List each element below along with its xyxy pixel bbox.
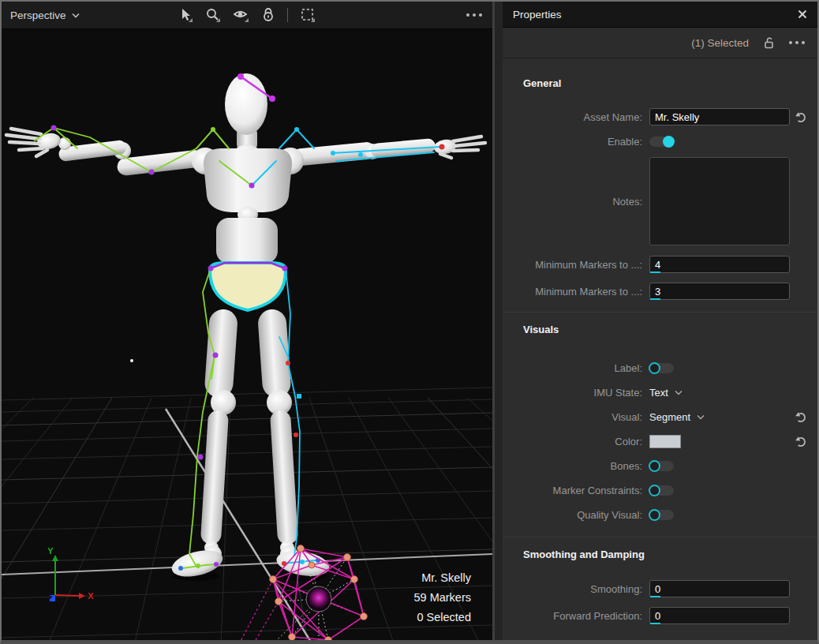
panel-menu-button[interactable] bbox=[789, 41, 805, 44]
camera-view-dropdown[interactable]: Perspective bbox=[2, 9, 80, 21]
axis-x-label: X bbox=[88, 591, 94, 601]
notes-label: Notes: bbox=[503, 196, 649, 208]
bones-label: Bones: bbox=[503, 460, 649, 472]
close-icon bbox=[798, 9, 807, 19]
asset-name-input[interactable] bbox=[649, 108, 790, 125]
more-options-icon bbox=[466, 13, 482, 17]
forward-prediction-input[interactable] bbox=[649, 607, 790, 624]
visual-value: Segment bbox=[649, 411, 690, 423]
properties-body: General Asset Name: Enable: Notes: bbox=[503, 58, 817, 640]
forward-prediction-label: Forward Prediction: bbox=[503, 610, 649, 622]
quality-visual-row: Quality Visual: bbox=[503, 503, 817, 527]
reset-visual-button[interactable] bbox=[794, 411, 806, 423]
viewport-toolbar: Perspective bbox=[2, 2, 492, 29]
marker-constraints-row: Marker Constraints: bbox=[503, 478, 817, 503]
enable-label: Enable: bbox=[503, 136, 649, 148]
imu-state-row: IMU State: Text bbox=[503, 380, 817, 405]
color-row: Color: bbox=[503, 429, 817, 454]
stray-marker-dot bbox=[130, 359, 133, 362]
3d-scene[interactable]: Y X Z bbox=[2, 2, 492, 640]
label-toggle[interactable] bbox=[649, 363, 674, 373]
enable-row: Enable: bbox=[503, 132, 817, 151]
overlay-marker-count: 59 Markers bbox=[413, 588, 471, 608]
unlock-icon bbox=[763, 36, 775, 49]
toolbar-divider bbox=[287, 8, 288, 22]
camera-view-label: Perspective bbox=[10, 9, 66, 21]
reset-icon bbox=[794, 436, 806, 447]
asset-name-row: Asset Name: bbox=[503, 107, 817, 127]
color-swatch[interactable] bbox=[649, 435, 681, 448]
label-label: Label: bbox=[503, 362, 649, 374]
section-smoothing: Smoothing and Damping Smoothing: Forward… bbox=[503, 537, 817, 636]
min-markers-cont-label: Minimum Markers to ...: bbox=[503, 286, 649, 298]
overlay-asset-name: Mr. Skelly bbox=[413, 568, 471, 588]
axis-z-label: Z bbox=[50, 593, 55, 603]
imu-state-label: IMU State: bbox=[503, 387, 649, 399]
visual-dropdown[interactable]: Segment bbox=[649, 411, 705, 423]
marker-constraints-toggle[interactable] bbox=[649, 485, 674, 496]
select-tool-icon[interactable] bbox=[178, 7, 193, 23]
smoothing-label: Smoothing: bbox=[503, 583, 649, 595]
section-general: General Asset Name: Enable: Notes: bbox=[503, 66, 817, 313]
modified-indicator bbox=[650, 271, 660, 273]
marquee-select-icon[interactable] bbox=[300, 7, 316, 23]
more-options-icon bbox=[789, 41, 805, 44]
bones-row: Bones: bbox=[503, 454, 817, 478]
modified-indicator bbox=[650, 298, 660, 300]
chevron-down-icon bbox=[697, 414, 705, 420]
modified-indicator bbox=[650, 623, 660, 624]
section-heading: Smoothing and Damping bbox=[503, 537, 817, 578]
min-markers-cont-row: Minimum Markers to ...: bbox=[503, 280, 817, 302]
lock-tool-icon[interactable] bbox=[261, 7, 275, 23]
reset-icon bbox=[794, 111, 806, 123]
enable-toggle[interactable] bbox=[649, 137, 674, 147]
section-visuals: Visuals Label: IMU State: Text Vis bbox=[503, 312, 817, 537]
marker-constraints-label: Marker Constraints: bbox=[503, 485, 649, 496]
chevron-down-icon bbox=[675, 390, 682, 395]
min-markers-boot-label: Minimum Markers to ...: bbox=[503, 259, 649, 271]
label-row: Label: bbox=[503, 356, 817, 380]
smoothing-input[interactable] bbox=[649, 580, 790, 597]
properties-panel: Properties (1) Selected General Asset Na… bbox=[503, 2, 817, 640]
zoom-tool-icon[interactable] bbox=[205, 7, 221, 23]
overlay-selected-count: 0 Selected bbox=[413, 608, 471, 627]
visual-label: Visual: bbox=[503, 411, 649, 423]
quality-visual-toggle[interactable] bbox=[649, 510, 674, 520]
min-markers-boot-input[interactable] bbox=[649, 256, 790, 273]
visual-row: Visual: Segment bbox=[503, 405, 817, 429]
selection-overlay: Mr. Skelly 59 Markers 0 Selected bbox=[413, 568, 471, 627]
notes-row: Notes: bbox=[503, 157, 817, 245]
application-window: Y X Z bbox=[0, 0, 819, 644]
notes-textarea[interactable] bbox=[649, 157, 790, 245]
selection-status-bar: (1) Selected bbox=[503, 28, 817, 58]
panel-title: Properties bbox=[513, 9, 562, 21]
reset-color-button[interactable] bbox=[794, 436, 806, 447]
properties-titlebar: Properties bbox=[503, 2, 817, 28]
3d-viewport-panel: Y X Z bbox=[2, 2, 492, 640]
smoothing-row: Smoothing: bbox=[503, 578, 817, 600]
quality-visual-label: Quality Visual: bbox=[503, 509, 649, 521]
lock-selection-button[interactable] bbox=[763, 36, 775, 49]
viewport-menu-button[interactable] bbox=[466, 2, 482, 28]
selected-status: (1) Selected bbox=[691, 37, 749, 49]
axis-y-label: Y bbox=[47, 546, 54, 556]
color-label: Color: bbox=[503, 436, 649, 447]
forward-prediction-row: Forward Prediction: bbox=[503, 605, 817, 627]
visibility-tool-icon[interactable] bbox=[233, 7, 249, 23]
reset-asset-name-button[interactable] bbox=[794, 111, 806, 123]
panel-splitter[interactable] bbox=[492, 2, 503, 640]
min-markers-cont-input[interactable] bbox=[649, 283, 790, 300]
bones-toggle[interactable] bbox=[649, 461, 674, 471]
chevron-down-icon bbox=[72, 13, 80, 18]
close-button[interactable] bbox=[798, 9, 807, 19]
imu-state-value: Text bbox=[649, 387, 668, 399]
imu-state-dropdown[interactable]: Text bbox=[649, 387, 682, 399]
asset-name-label: Asset Name: bbox=[503, 111, 649, 123]
section-heading: Visuals bbox=[503, 313, 817, 356]
section-heading: General bbox=[503, 66, 817, 107]
modified-indicator bbox=[650, 596, 660, 597]
reset-icon bbox=[794, 411, 806, 423]
min-markers-boot-row: Minimum Markers to ...: bbox=[503, 253, 817, 275]
